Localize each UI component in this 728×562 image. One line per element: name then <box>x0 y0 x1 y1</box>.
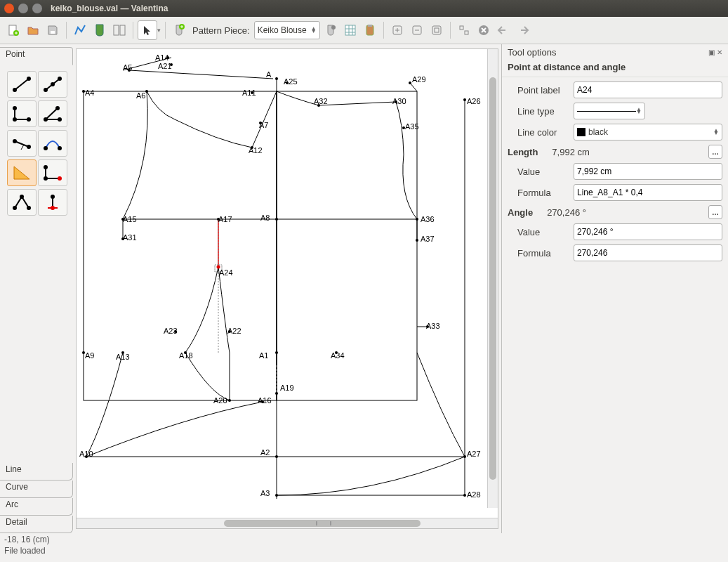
detail-mode-button[interactable] <box>91 21 109 39</box>
svg-line-57 <box>129 70 273 79</box>
svg-text:A25: A25 <box>284 77 298 86</box>
tab-line[interactable]: Line <box>0 463 73 481</box>
angle-formula-expand[interactable]: … <box>708 205 722 219</box>
length-formula-expand[interactable]: … <box>708 145 722 159</box>
zoom-out-button[interactable] <box>408 21 426 39</box>
svg-point-49 <box>27 206 31 210</box>
horizontal-scrollbar[interactable] <box>77 518 498 528</box>
svg-rect-14 <box>460 26 463 30</box>
svg-point-78 <box>275 494 278 497</box>
svg-point-123 <box>463 98 466 101</box>
pattern-piece-label: Pattern Piece: <box>192 25 250 36</box>
svg-point-74 <box>275 351 278 354</box>
svg-text:A33: A33 <box>426 322 440 330</box>
svg-text:A19: A19 <box>280 384 294 392</box>
svg-text:A23: A23 <box>164 327 178 335</box>
bisector-tool[interactable] <box>38 100 67 127</box>
normal-tool[interactable] <box>7 100 37 127</box>
svg-point-53 <box>51 206 55 210</box>
length-value-label: Value <box>508 166 574 177</box>
svg-point-84 <box>145 90 148 93</box>
svg-point-31 <box>44 117 48 122</box>
svg-text:A21: A21 <box>158 62 172 70</box>
layout-mode-button[interactable] <box>110 21 128 39</box>
status-coordinates: -18, 16 (cm) <box>0 533 728 546</box>
tool-options-panel: Tool options▣ ✕ Point at distance and an… <box>501 44 728 533</box>
tab-point[interactable]: Point <box>0 47 73 65</box>
zoom-fit-button[interactable] <box>428 21 446 39</box>
svg-line-34 <box>15 141 29 147</box>
config-pattern-piece-button[interactable] <box>322 21 340 39</box>
contact-tool[interactable] <box>38 130 67 157</box>
line-color-select[interactable]: black▲▼ <box>574 124 722 140</box>
svg-text:A1: A1 <box>259 351 268 360</box>
new-file-button[interactable] <box>4 21 22 39</box>
close-window-button[interactable] <box>4 4 14 13</box>
window-titlebar: keiko_blouse.val — Valentina <box>0 0 728 17</box>
cut-spline-tool[interactable] <box>7 189 37 216</box>
angle-value-input[interactable] <box>574 223 722 240</box>
maximize-window-button[interactable] <box>32 4 42 13</box>
svg-text:A5: A5 <box>123 63 132 72</box>
vertical-scrollbar[interactable] <box>487 49 498 508</box>
length-formula-input[interactable] <box>574 184 722 201</box>
svg-point-22 <box>51 82 55 86</box>
along-line-tool[interactable] <box>38 71 67 98</box>
svg-point-112 <box>228 399 231 402</box>
svg-text:A15: A15 <box>123 215 137 223</box>
svg-text:A29: A29 <box>412 75 426 84</box>
endpoint-tool[interactable] <box>7 71 37 98</box>
redo-button[interactable] <box>514 21 532 39</box>
svg-point-37 <box>27 145 31 149</box>
save-file-button[interactable] <box>44 21 62 39</box>
stop-button[interactable] <box>475 21 493 39</box>
panel-controls[interactable]: ▣ ✕ <box>708 48 722 56</box>
tab-arc[interactable]: Arc <box>0 498 73 516</box>
svg-point-32 <box>58 117 62 122</box>
svg-point-38 <box>44 146 48 150</box>
svg-text:A35: A35 <box>405 122 419 131</box>
table-button[interactable] <box>341 21 359 39</box>
svg-point-6 <box>331 25 336 30</box>
undo-button[interactable] <box>494 21 512 39</box>
svg-text:A: A <box>266 70 272 79</box>
line-type-select[interactable]: ▲▼ <box>574 103 645 119</box>
svg-point-39 <box>58 146 62 150</box>
zoom-in-button[interactable] <box>388 21 406 39</box>
svg-rect-7 <box>345 25 355 35</box>
tab-detail[interactable]: Detail <box>0 516 73 533</box>
svg-rect-4 <box>120 25 125 35</box>
svg-rect-9 <box>368 25 372 27</box>
svg-text:A18: A18 <box>179 351 193 360</box>
new-pattern-piece-button[interactable] <box>170 21 188 39</box>
svg-point-143 <box>416 218 418 221</box>
minimize-window-button[interactable] <box>18 4 28 13</box>
svg-text:A37: A37 <box>421 235 435 243</box>
point-label-input[interactable] <box>574 81 722 98</box>
length-value-input[interactable] <box>574 163 722 180</box>
line-type-label: Line type <box>508 106 574 117</box>
svg-text:A32: A32 <box>314 97 328 105</box>
height-tool[interactable] <box>38 189 67 216</box>
point-intersection-tool[interactable] <box>38 159 67 186</box>
zoom-original-button[interactable] <box>455 21 473 39</box>
tab-curve[interactable]: Curve <box>0 481 73 498</box>
angle-formula-input[interactable] <box>574 244 722 261</box>
svg-text:A22: A22 <box>227 327 241 335</box>
svg-rect-12 <box>432 26 441 34</box>
svg-point-76 <box>275 455 278 458</box>
draw-mode-button[interactable] <box>71 21 89 39</box>
svg-text:A31: A31 <box>123 233 137 242</box>
svg-text:A30: A30 <box>392 97 406 105</box>
shoulder-tool[interactable] <box>7 130 37 157</box>
svg-text:A16: A16 <box>258 396 272 405</box>
svg-point-18 <box>13 88 17 92</box>
svg-line-35 <box>21 145 24 150</box>
svg-point-52 <box>51 195 55 199</box>
triangle-tool[interactable] <box>7 159 37 186</box>
history-button[interactable] <box>361 21 379 39</box>
pattern-piece-select[interactable]: Keiko Blouse▲▼ <box>254 21 320 39</box>
open-file-button[interactable] <box>24 21 42 39</box>
pattern-canvas[interactable]: A A1 A2 A3 A4 A5 A6 A7 A8 A9 A10 A11 A12… <box>76 48 498 529</box>
pointer-tool-button[interactable] <box>138 20 157 40</box>
